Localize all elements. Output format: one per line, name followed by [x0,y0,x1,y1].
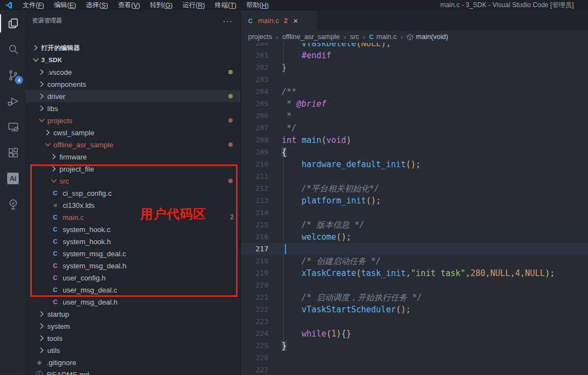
tree-item-user_config.h[interactable]: Cuser_config.h [26,272,240,284]
extensions-icon[interactable] [0,140,26,166]
code-line-226[interactable]: 226 [241,352,588,364]
tree-item--[interactable]: 打开的编辑器 [26,42,240,54]
code-text: /* 启动调度，开始执行任务 */ [282,291,422,304]
breadcrumb-item-projects[interactable]: projects [248,33,272,41]
code-line-210[interactable]: 210 hardware_default_init(); [241,158,588,170]
menu-item-2[interactable]: 选择(S) [81,0,113,10]
menu-item-0[interactable]: 文件(F) [18,0,49,10]
remote-explorer-icon[interactable] [0,114,26,140]
code-line-225[interactable]: 225} [241,340,588,352]
code-line-211[interactable]: 211 [241,170,588,183]
code-line-204[interactable]: 204/** [241,86,588,98]
code-line-219[interactable]: 219 xTaskCreate(task_init,"init task",28… [241,267,588,279]
source-control-badge: 4 [15,76,23,84]
tree-item-cwsl_sample[interactable]: cwsl_sample [26,126,240,139]
tree-item-label: .gitignore [47,359,76,367]
tree-item-driver[interactable]: driver [26,90,240,102]
menu-item-7[interactable]: 帮助(H) [241,0,274,10]
code-line-200[interactable]: 200 vTaskDelete(NULL); [241,43,588,49]
tree-item-libs[interactable]: libs [26,102,240,114]
tree-item-main.c[interactable]: Cmain.c2 [26,211,240,223]
code-line-223[interactable]: 223 [241,316,588,328]
chevron-right-icon [37,334,46,343]
code-line-202[interactable]: 202} [241,62,588,74]
tree-item-system_msg_deal.h[interactable]: Csystem_msg_deal.h [26,260,240,272]
search-icon[interactable] [0,36,26,62]
code-line-222[interactable]: 222 vTaskStartScheduler(); [241,304,588,316]
code-line-217[interactable]: 217 [241,243,588,255]
sidebar-title: 资源管理器 [32,16,62,25]
source-control-icon[interactable]: 4 [0,62,26,88]
chevron-right-icon [43,128,52,137]
code-line-213[interactable]: 213 platform_init(); [241,195,588,207]
menu-item-4[interactable]: 转到(G) [145,0,177,10]
tree-item-firmware[interactable]: firmware [26,151,240,163]
menu-item-6[interactable]: 终端(T) [210,0,241,10]
tree-item-components[interactable]: components [26,78,240,90]
h-file-icon: C [51,299,59,305]
code-line-220[interactable]: 220 [241,279,588,291]
tree-item-system_hook.c[interactable]: Csystem_hook.c [26,223,240,235]
menu-item-5[interactable]: 运行(R) [178,0,210,10]
code-line-218[interactable]: 218 /* 创建启动任务 */ [241,255,588,267]
chevron-right-icon [31,43,40,52]
tree-item-system_msg_deal.c[interactable]: Csystem_msg_deal.c [26,247,240,260]
close-icon[interactable]: × [293,16,298,25]
tree-item-ci130x.lds[interactable]: ≡ci130x.lds [26,199,240,211]
tree-item-ci_ssp_config.c[interactable]: Cci_ssp_config.c [26,187,240,199]
tree-item-system[interactable]: system [26,320,240,332]
code-line-227[interactable]: 227 [241,364,588,375]
code-line-221[interactable]: 221 /* 启动调度，开始执行任务 */ [241,291,588,304]
code-line-203[interactable]: 203 [241,74,588,86]
tree-item-projects[interactable]: projects [26,114,240,126]
line-number: 216 [241,231,268,243]
tree-item-startup[interactable]: startup [26,308,240,320]
code-line-208[interactable]: 208int main(void) [241,134,588,146]
code-line-224[interactable]: 224 while(1){} [241,328,588,340]
code-line-212[interactable]: 212 /*平台相关初始化*/ [241,183,588,195]
line-number: 222 [241,304,268,316]
sidebar-more-actions-button[interactable]: ··· [223,18,233,24]
breadcrumb-item-main-c[interactable]: C main.c [369,33,397,41]
code-text: xTaskCreate(task_init,"init task",280,NU… [282,267,555,279]
code-line-209[interactable]: 209{ [241,146,588,158]
tree-item-.vscode[interactable]: .vscode [26,66,240,78]
chevron-right-icon [37,80,46,89]
code-line-207[interactable]: 207 */ [241,122,588,134]
tree-item-label: user_msg_deal.c [63,286,117,294]
indent-guide [283,207,284,219]
line-number: 210 [241,158,268,170]
tree-item-tools[interactable]: tools [26,332,240,344]
tab-main-c[interactable]: C main.c 2 × [241,10,317,31]
code-line-216[interactable]: 216 welcome(); [241,231,588,243]
tree-item-user_msg_deal.h[interactable]: Cuser_msg_deal.h [26,296,240,308]
run-debug-icon[interactable] [0,88,26,114]
line-number: 217 [241,243,268,255]
tree-item-3_SDK[interactable]: 3_SDK [26,54,240,66]
line-number: 221 [241,291,268,304]
tree-item-utils[interactable]: utils [26,344,240,356]
breadcrumb-item-main-void[interactable]: main(void) [406,33,448,41]
code-line-206[interactable]: 206 * [241,110,588,122]
code-editor[interactable]: 200 vTaskDelete(NULL);201 #endif202}2032… [241,43,588,375]
tree-item-.gitignore[interactable]: ◈.gitignore [26,356,240,368]
breadcrumb-separator: › [363,33,365,41]
breadcrumb-item-offline-asr-sample[interactable]: offline_asr_sample [282,33,340,41]
menu-item-1[interactable]: 编辑(E) [49,0,81,10]
tree-item-user_msg_deal.c[interactable]: Cuser_msg_deal.c [26,284,240,296]
ai-extension-icon[interactable]: Ai [0,166,26,191]
code-line-214[interactable]: 214 [241,207,588,219]
todo-tree-icon[interactable] [0,191,26,217]
code-line-205[interactable]: 205 * @brief [241,98,588,110]
line-number: 209 [241,146,268,158]
tree-item-system_hook.h[interactable]: Csystem_hook.h [26,235,240,247]
breadcrumb-item-src[interactable]: src [350,33,359,41]
tree-item-src[interactable]: src [26,175,240,187]
code-line-201[interactable]: 201 #endif [241,49,588,62]
tree-item-README.md[interactable]: ⓘREADME.md [26,368,240,375]
explorer-icon[interactable] [0,10,26,36]
tree-item-project_file[interactable]: project_file [26,163,240,175]
code-line-215[interactable]: 215 /* 版本信息 */ [241,219,588,231]
menu-item-3[interactable]: 查看(V) [113,0,145,10]
tree-item-offline_asr_sample[interactable]: offline_asr_sample [26,139,240,151]
